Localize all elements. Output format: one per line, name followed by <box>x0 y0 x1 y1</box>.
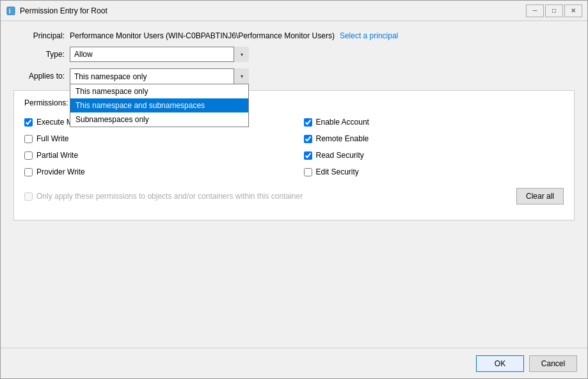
applies-option-2[interactable]: This namespace and subnamespaces <box>70 98 248 112</box>
enable-account-label: Enable Account <box>316 118 369 127</box>
provider-write-checkbox[interactable] <box>24 168 33 176</box>
dialog-footer: OK Cancel <box>1 348 587 378</box>
edit-security-label: Edit Security <box>316 167 359 176</box>
full-write-checkbox[interactable] <box>24 135 33 143</box>
svg-rect-0 <box>7 7 15 15</box>
applies-to-list: This namespace only This namespace and s… <box>70 84 249 127</box>
svg-text:i: i <box>9 8 11 15</box>
dialog-icon: i <box>6 6 16 16</box>
cancel-button[interactable]: Cancel <box>529 355 577 372</box>
read-security-label: Read Security <box>316 151 364 160</box>
edit-security-checkbox[interactable] <box>304 168 312 176</box>
window-controls: ─ □ ✕ <box>526 4 582 17</box>
permission-remote-enable: Remote Enable <box>304 132 564 146</box>
applies-to-arrow[interactable]: ▾ <box>234 68 249 84</box>
apply-only-row: Only apply these permissions to objects … <box>24 192 303 201</box>
read-security-checkbox[interactable] <box>304 151 312 160</box>
partial-write-label: Partial Write <box>36 151 78 160</box>
partial-write-checkbox[interactable] <box>24 151 33 160</box>
clear-all-button[interactable]: Clear all <box>516 188 564 205</box>
permission-full-write: Full Write <box>24 132 285 146</box>
execute-methods-checkbox[interactable] <box>24 118 33 127</box>
applies-to-row: Applies to: ▾ This namespace only This n… <box>13 68 575 84</box>
applies-to-label: Applies to: <box>13 72 65 81</box>
close-button[interactable]: ✕ <box>564 4 582 17</box>
dialog-permission-entry: i Permission Entry for Root ─ □ ✕ Princi… <box>0 0 588 379</box>
apply-only-checkbox[interactable] <box>24 192 33 201</box>
principal-label: Principal: <box>13 31 65 40</box>
minimize-button[interactable]: ─ <box>526 4 544 17</box>
dialog-title: Permission Entry for Root <box>20 6 526 15</box>
apply-only-label: Only apply these permissions to objects … <box>36 192 303 201</box>
applies-to-input[interactable] <box>70 68 249 84</box>
provider-write-label: Provider Write <box>36 167 85 176</box>
maximize-button[interactable]: □ <box>545 4 563 17</box>
type-combobox[interactable]: Allow ▾ <box>70 47 249 62</box>
applies-option-3[interactable]: Subnamespaces only <box>70 112 248 127</box>
full-write-label: Full Write <box>36 134 68 143</box>
remote-enable-checkbox[interactable] <box>304 135 312 143</box>
applies-to-dropdown-container[interactable]: ▾ This namespace only This namespace and… <box>70 68 249 84</box>
ok-button[interactable]: OK <box>476 355 524 372</box>
type-label: Type: <box>13 50 65 59</box>
principal-value-container: Performance Monitor Users (WIN-C0BPABTIN… <box>70 31 398 40</box>
remote-enable-label: Remote Enable <box>316 134 369 143</box>
dialog-body: Principal: Performance Monitor Users (WI… <box>1 21 587 348</box>
enable-account-checkbox[interactable] <box>304 118 312 127</box>
principal-value: Performance Monitor Users (WIN-C0BPABTIN… <box>70 31 335 40</box>
applies-option-1[interactable]: This namespace only <box>70 84 248 98</box>
permission-partial-write: Partial Write <box>24 148 285 162</box>
principal-row: Principal: Performance Monitor Users (WI… <box>13 31 575 40</box>
permission-provider-write: Provider Write <box>24 165 285 179</box>
select-principal-link[interactable]: Select a principal <box>340 31 398 40</box>
type-row: Type: Allow ▾ <box>13 47 575 62</box>
type-select[interactable]: Allow <box>70 47 249 62</box>
title-bar: i Permission Entry for Root ─ □ ✕ <box>1 1 587 21</box>
apply-container: Only apply these permissions to objects … <box>24 188 564 205</box>
permission-edit-security: Edit Security <box>304 165 564 179</box>
permission-read-security: Read Security <box>304 148 564 162</box>
permission-enable-account: Enable Account <box>304 115 564 129</box>
